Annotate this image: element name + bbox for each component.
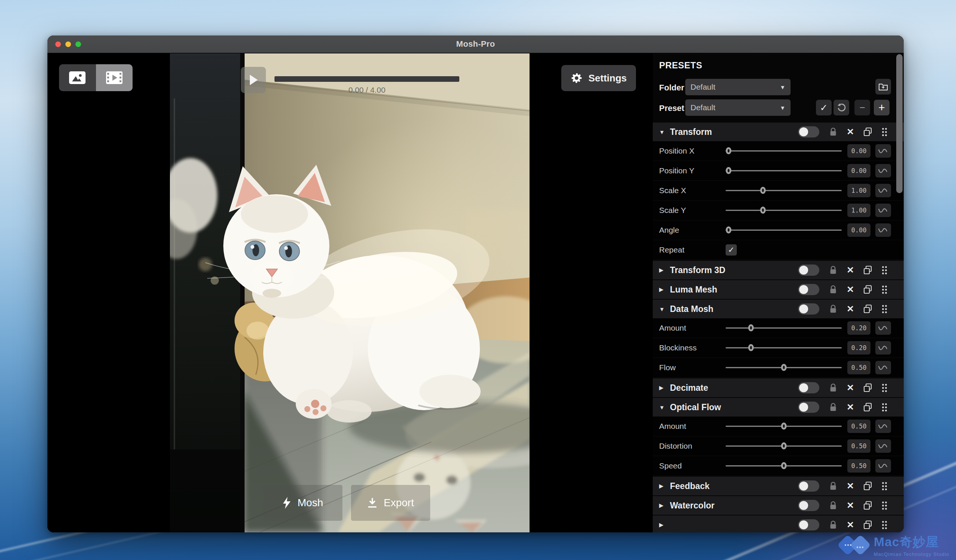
drag-handle-icon[interactable] bbox=[881, 265, 888, 275]
disclosure-arrow-icon[interactable]: ▶ bbox=[659, 286, 664, 293]
param-slider[interactable] bbox=[726, 190, 842, 191]
param-slider[interactable] bbox=[726, 210, 842, 211]
settings-button[interactable]: Settings bbox=[561, 65, 636, 91]
drag-handle-icon[interactable] bbox=[881, 402, 888, 412]
drag-handle-icon[interactable] bbox=[881, 127, 888, 137]
enable-toggle[interactable] bbox=[798, 480, 819, 492]
drag-handle-icon[interactable] bbox=[881, 500, 888, 510]
enable-toggle[interactable] bbox=[798, 500, 819, 511]
enable-toggle[interactable] bbox=[798, 519, 819, 530]
param-slider[interactable] bbox=[726, 367, 842, 368]
param-value[interactable]: 1.00 bbox=[848, 204, 871, 217]
drag-handle-icon[interactable] bbox=[881, 285, 888, 294]
param-slider[interactable] bbox=[726, 151, 842, 152]
enable-toggle[interactable] bbox=[798, 284, 819, 295]
animation-curve-button[interactable] bbox=[875, 439, 891, 453]
param-value[interactable]: 0.50 bbox=[848, 361, 871, 374]
animation-curve-button[interactable] bbox=[875, 223, 891, 237]
animation-curve-button[interactable] bbox=[875, 459, 891, 473]
close-icon[interactable]: ✕ bbox=[845, 500, 856, 511]
folder-dropdown[interactable]: Default ▼ bbox=[685, 79, 791, 95]
duplicate-icon[interactable] bbox=[862, 499, 874, 511]
close-icon[interactable]: ✕ bbox=[845, 304, 856, 315]
close-icon[interactable]: ✕ bbox=[845, 382, 856, 393]
animation-curve-button[interactable] bbox=[875, 164, 891, 178]
drag-handle-icon[interactable] bbox=[881, 481, 888, 491]
enable-toggle[interactable] bbox=[798, 402, 819, 413]
play-button[interactable] bbox=[241, 67, 266, 93]
section-header-luma-mesh[interactable]: ▶Luma Mesh✕ bbox=[653, 280, 904, 299]
lock-icon[interactable] bbox=[827, 500, 839, 511]
close-icon[interactable]: ✕ bbox=[845, 284, 856, 295]
close-icon[interactable]: ✕ bbox=[845, 480, 856, 492]
lock-icon[interactable] bbox=[827, 480, 839, 492]
param-slider[interactable] bbox=[726, 328, 842, 329]
section-header-feedback[interactable]: ▶Feedback✕ bbox=[653, 477, 904, 496]
slider-knob[interactable] bbox=[760, 187, 766, 194]
enable-toggle[interactable] bbox=[798, 304, 819, 315]
drag-handle-icon[interactable] bbox=[881, 304, 888, 314]
animation-curve-button[interactable] bbox=[875, 144, 891, 158]
animation-curve-button[interactable] bbox=[875, 420, 891, 433]
slider-knob[interactable] bbox=[781, 442, 786, 450]
slider-knob[interactable] bbox=[726, 147, 731, 154]
duplicate-icon[interactable] bbox=[862, 283, 874, 296]
drag-handle-icon[interactable] bbox=[881, 383, 888, 393]
duplicate-icon[interactable] bbox=[862, 480, 874, 492]
disclosure-arrow-icon[interactable]: ▶ bbox=[659, 522, 664, 528]
mosh-button[interactable]: Mosh bbox=[263, 485, 343, 521]
param-slider[interactable] bbox=[726, 230, 842, 231]
section-header-partial[interactable]: ▶✕ bbox=[653, 516, 904, 532]
param-value[interactable]: 0.00 bbox=[848, 144, 871, 158]
duplicate-icon[interactable] bbox=[862, 264, 874, 276]
delete-preset-button[interactable]: − bbox=[854, 100, 870, 115]
close-icon[interactable]: ✕ bbox=[845, 264, 856, 276]
disclosure-arrow-icon[interactable]: ▼ bbox=[659, 404, 665, 411]
enable-toggle[interactable] bbox=[798, 382, 819, 393]
preset-dropdown[interactable]: Default ▼ bbox=[685, 99, 791, 116]
param-value[interactable]: 1.00 bbox=[848, 184, 871, 197]
lock-icon[interactable] bbox=[827, 126, 839, 137]
slider-knob[interactable] bbox=[781, 462, 786, 469]
lock-icon[interactable] bbox=[827, 402, 839, 413]
animation-curve-button[interactable] bbox=[875, 204, 891, 217]
animation-curve-button[interactable] bbox=[875, 341, 891, 354]
section-header-data-mosh[interactable]: ▼Data Mosh✕ bbox=[653, 300, 904, 318]
video-mode-button[interactable] bbox=[96, 64, 133, 91]
panel-scrollbar[interactable] bbox=[896, 54, 903, 193]
video-canvas[interactable]: 0.00 / 4.00 Mosh Export bbox=[170, 53, 530, 532]
image-mode-button[interactable] bbox=[59, 64, 96, 91]
lock-icon[interactable] bbox=[827, 519, 839, 530]
section-header-transform-3d[interactable]: ▶Transform 3D✕ bbox=[653, 261, 904, 280]
animation-curve-button[interactable] bbox=[875, 321, 891, 335]
disclosure-arrow-icon[interactable]: ▶ bbox=[659, 384, 664, 391]
param-value[interactable]: 0.00 bbox=[848, 164, 871, 178]
section-header-decimate[interactable]: ▶Decimate✕ bbox=[653, 378, 904, 397]
param-value[interactable]: 0.00 bbox=[848, 223, 871, 237]
new-folder-button[interactable] bbox=[875, 79, 891, 94]
close-window-button[interactable] bbox=[55, 41, 61, 47]
duplicate-icon[interactable] bbox=[862, 382, 874, 394]
duplicate-icon[interactable] bbox=[862, 401, 874, 413]
disclosure-arrow-icon[interactable]: ▶ bbox=[659, 267, 664, 274]
lock-icon[interactable] bbox=[827, 304, 839, 315]
duplicate-icon[interactable] bbox=[862, 126, 874, 138]
lock-icon[interactable] bbox=[827, 284, 839, 295]
zoom-window-button[interactable] bbox=[75, 41, 81, 47]
disclosure-arrow-icon[interactable]: ▶ bbox=[659, 502, 664, 509]
disclosure-arrow-icon[interactable]: ▶ bbox=[659, 483, 664, 489]
drag-handle-icon[interactable] bbox=[881, 520, 888, 530]
param-slider[interactable] bbox=[726, 170, 842, 171]
slider-knob[interactable] bbox=[781, 364, 786, 371]
close-icon[interactable]: ✕ bbox=[845, 402, 856, 413]
animation-curve-button[interactable] bbox=[875, 184, 891, 197]
slider-knob[interactable] bbox=[748, 344, 754, 351]
export-button[interactable]: Export bbox=[351, 485, 430, 521]
param-slider[interactable] bbox=[726, 426, 842, 427]
slider-knob[interactable] bbox=[781, 423, 786, 429]
lock-icon[interactable] bbox=[827, 382, 839, 393]
duplicate-icon[interactable] bbox=[862, 303, 874, 315]
section-header-transform[interactable]: ▼Transform✕ bbox=[653, 123, 904, 141]
param-value[interactable]: 0.20 bbox=[848, 341, 871, 354]
repeat-checkbox[interactable]: ✓ bbox=[726, 244, 737, 256]
